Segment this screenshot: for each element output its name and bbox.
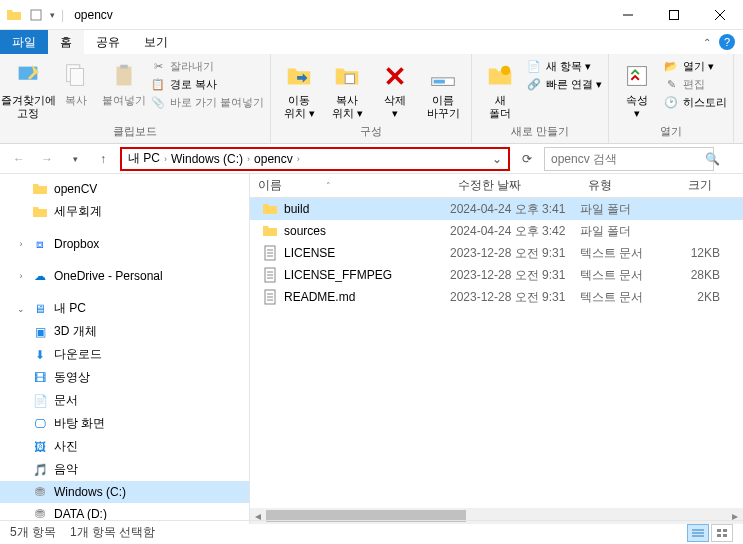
copy-button[interactable]: 복사 — [54, 56, 98, 107]
tree-item-onedrive[interactable]: ›☁OneDrive - Personal — [0, 265, 249, 287]
back-button[interactable]: ← — [8, 148, 30, 170]
file-date: 2024-04-24 오후 3:42 — [450, 223, 580, 240]
tab-view[interactable]: 보기 — [132, 30, 180, 54]
history-button[interactable]: 🕑히스토리 — [663, 94, 727, 110]
tree-item-cdrive[interactable]: ⛃Windows (C:) — [0, 481, 249, 503]
open-button[interactable]: 📂열기 ▾ — [663, 58, 727, 74]
file-row[interactable]: build2024-04-24 오후 3:41파일 폴더 — [250, 198, 743, 220]
move-to-button[interactable]: 이동 위치 ▾ — [277, 56, 321, 120]
close-button[interactable] — [697, 0, 743, 30]
tree-item-dropbox[interactable]: ›⧈Dropbox — [0, 233, 249, 255]
file-row[interactable]: LICENSE2023-12-28 오전 9:31텍스트 문서12KB — [250, 242, 743, 264]
document-icon: 📄 — [32, 393, 48, 409]
tree-item-3d[interactable]: ▣3D 개체 — [0, 320, 249, 343]
cloud-icon: ☁ — [32, 268, 48, 284]
new-folder-button[interactable]: 새 폴더 — [478, 56, 522, 120]
col-date-header[interactable]: 수정한 날짜 — [450, 177, 580, 194]
tab-home[interactable]: 홈 — [48, 30, 84, 54]
copy-to-button[interactable]: 복사 위치 ▾ — [325, 56, 369, 120]
svg-rect-2 — [670, 10, 679, 19]
search-icon[interactable]: 🔍 — [705, 152, 720, 166]
svg-rect-32 — [717, 529, 721, 532]
qat-new-icon[interactable] — [28, 7, 44, 23]
file-row[interactable]: LICENSE_FFMPEG2023-12-28 오전 9:31텍스트 문서28… — [250, 264, 743, 286]
file-row[interactable]: README.md2023-12-28 오전 9:31텍스트 문서2KB — [250, 286, 743, 308]
search-box[interactable]: 🔍 — [544, 147, 714, 171]
content-pane: 이름˄ 수정한 날짜 유형 크기 build2024-04-24 오후 3:41… — [250, 174, 743, 524]
breadcrumb-item[interactable]: Windows (C:) — [171, 152, 243, 166]
easy-access-button[interactable]: 🔗빠른 연결 ▾ — [526, 76, 602, 92]
file-list[interactable]: build2024-04-24 오후 3:41파일 폴더sources2024-… — [250, 198, 743, 508]
sort-icon: ˄ — [326, 181, 331, 191]
titlebar: ▾ | opencv — [0, 0, 743, 30]
file-type: 텍스트 문서 — [580, 289, 660, 306]
breadcrumb-item[interactable]: opencv — [254, 152, 293, 166]
dropbox-icon: ⧈ — [32, 236, 48, 252]
chevron-down-icon[interactable]: ⌄ — [492, 152, 502, 166]
tree-item-videos[interactable]: 🎞동영상 — [0, 366, 249, 389]
desktop-icon: 🖵 — [32, 416, 48, 432]
status-selected-count: 1개 항목 선택함 — [70, 524, 155, 541]
minimize-button[interactable] — [605, 0, 651, 30]
tree-item-documents[interactable]: 📄문서 — [0, 389, 249, 412]
path-icon: 📋 — [150, 76, 166, 92]
help-icon[interactable]: ? — [719, 34, 735, 50]
breadcrumb-item[interactable]: 내 PC — [128, 150, 160, 167]
ribbon-tabs: 파일 홈 공유 보기 ⌃ ? — [0, 30, 743, 54]
tree-item-desktop[interactable]: 🖵바탕 화면 — [0, 412, 249, 435]
maximize-button[interactable] — [651, 0, 697, 30]
tab-share[interactable]: 공유 — [84, 30, 132, 54]
folder-icon — [262, 223, 278, 239]
chevron-right-icon[interactable]: › — [164, 154, 167, 164]
tab-file[interactable]: 파일 — [0, 30, 48, 54]
file-date: 2023-12-28 오전 9:31 — [450, 245, 580, 262]
svg-rect-35 — [723, 534, 727, 537]
cut-button[interactable]: ✂잘라내기 — [150, 58, 264, 74]
edit-button[interactable]: ✎편집 — [663, 76, 727, 92]
file-name: sources — [284, 224, 326, 238]
file-date: 2023-12-28 오전 9:31 — [450, 289, 580, 306]
delete-button[interactable]: 삭제 ▾ — [373, 56, 417, 120]
tree-item-music[interactable]: 🎵음악 — [0, 458, 249, 481]
tree-item-downloads[interactable]: ⬇다운로드 — [0, 343, 249, 366]
svg-point-15 — [501, 66, 510, 75]
file-row[interactable]: sources2024-04-24 오후 3:42파일 폴더 — [250, 220, 743, 242]
rename-button[interactable]: 이름 바꾸기 — [421, 56, 465, 120]
file-name: README.md — [284, 290, 355, 304]
paste-shortcut-button[interactable]: 📎바로 가기 붙여넣기 — [150, 94, 264, 110]
tree-item-tax[interactable]: 세무회계 — [0, 200, 249, 223]
history-icon: 🕑 — [663, 94, 679, 110]
copy-path-button[interactable]: 📋경로 복사 — [150, 76, 264, 92]
svg-rect-10 — [345, 74, 354, 83]
tree-item-opencv[interactable]: openCV — [0, 178, 249, 200]
qat-dropdown-icon[interactable]: ▾ — [50, 10, 55, 20]
ribbon-expand-icon[interactable]: ⌃ — [703, 37, 711, 48]
edit-icon: ✎ — [663, 76, 679, 92]
pin-button[interactable]: 즐겨찾기에 고정 — [6, 56, 50, 120]
new-item-button[interactable]: 📄새 항목 ▾ — [526, 58, 602, 74]
col-name-header[interactable]: 이름 — [258, 177, 282, 194]
icons-view-button[interactable] — [711, 524, 733, 542]
nav-tree[interactable]: openCV 세무회계 ›⧈Dropbox ›☁OneDrive - Perso… — [0, 174, 250, 524]
paste-button[interactable]: 붙여넣기 — [102, 56, 146, 107]
chevron-right-icon[interactable]: › — [297, 154, 300, 164]
address-bar[interactable]: 내 PC › Windows (C:) › opencv › ⌄ — [120, 147, 510, 171]
properties-button[interactable]: 속성 ▾ — [615, 56, 659, 120]
column-headers[interactable]: 이름˄ 수정한 날짜 유형 크기 — [250, 174, 743, 198]
col-type-header[interactable]: 유형 — [580, 177, 660, 194]
forward-button[interactable]: → — [36, 148, 58, 170]
tree-item-thispc[interactable]: ⌄🖥내 PC — [0, 297, 249, 320]
svg-rect-16 — [628, 67, 647, 86]
pictures-icon: 🖼 — [32, 439, 48, 455]
tree-item-pictures[interactable]: 🖼사진 — [0, 435, 249, 458]
link-icon: 🔗 — [526, 76, 542, 92]
up-button[interactable]: ↑ — [92, 148, 114, 170]
col-size-header[interactable]: 크기 — [660, 177, 720, 194]
chevron-right-icon[interactable]: › — [247, 154, 250, 164]
drive-icon: ⛃ — [32, 484, 48, 500]
recent-button[interactable]: ▾ — [64, 148, 86, 170]
svg-rect-7 — [70, 69, 83, 86]
details-view-button[interactable] — [687, 524, 709, 542]
refresh-button[interactable]: ⟳ — [516, 148, 538, 170]
search-input[interactable] — [551, 152, 701, 166]
